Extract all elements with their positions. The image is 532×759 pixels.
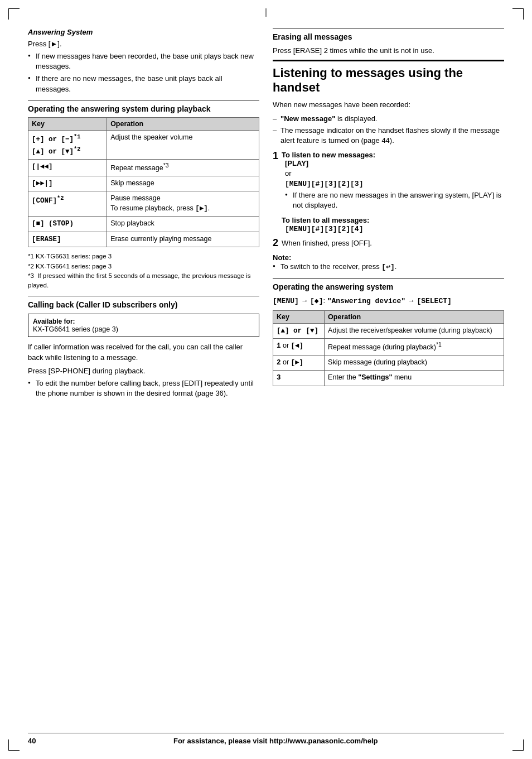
answering-system-title: Answering System (28, 28, 259, 36)
top-center-mark (266, 8, 267, 17)
left-column: Answering System Press [►]. If new messa… (28, 28, 259, 404)
table-header-key: Key (28, 117, 107, 130)
menu-all-code: [MENU][#][3][2][4] (285, 225, 363, 233)
erasing-section-title: Erasing all messages (273, 28, 504, 42)
step-1-body: To listen to new messages: [PLAY] or [ME… (282, 151, 504, 233)
note-title: Note: (273, 253, 504, 262)
op-table-cell-key: 2 or [►] (273, 355, 325, 371)
footnote-3: *3 If pressed within the first 5 seconds… (28, 271, 259, 291)
listening-dash-list: "New message" is displayed. The message … (273, 114, 504, 146)
dash-item-new-message: "New message" is displayed. (273, 114, 504, 124)
bullet-new-messages: If new messages have been recorded, the … (28, 51, 259, 71)
available-for-label: Available for: (33, 318, 75, 325)
corner-mark-tl (8, 8, 20, 20)
op-table-header-key: Key (273, 310, 325, 323)
table-row: [ERASE] Erase currently playing message (28, 232, 259, 247)
playback-section-title: Operating the answering system during pl… (28, 100, 259, 114)
step-2: 2 When finished, press [OFF]. (273, 238, 504, 249)
note-section: Note: To switch to the receiver, press [… (273, 253, 504, 272)
table-row: [▲] or [▼] Adjust the receiver/speaker v… (273, 323, 504, 339)
op-table-cell-key: 1 or [◄] (273, 339, 325, 356)
step-2-text: When finished, press [OFF]. (282, 239, 372, 247)
bullet-no-new-messages: If there are no new messages, the base u… (28, 74, 259, 94)
menu-new-code: [MENU][#][3][2][3] (285, 180, 363, 188)
page-footer: 40 For assistance, please visit http://w… (28, 733, 504, 745)
table-row: [CONF]*2 Pause messageTo resume playback… (28, 191, 259, 217)
page: Answering System Press [►]. If new messa… (0, 0, 532, 759)
caller-id-press-line: Press [SP-PHONE] during playback. (28, 367, 259, 375)
playback-footnotes: *1 KX-TG6631 series: page 3 *2 KX-TG6641… (28, 252, 259, 290)
op-table-cell-op: Adjust the receiver/speaker volume (duri… (325, 323, 504, 339)
operating-table: Key Operation [▲] or [▼] Adjust the rece… (273, 310, 504, 386)
step-1-or: or (285, 169, 504, 177)
table-row: [|◄◄] Repeat message*3 (28, 160, 259, 176)
step-2-number: 2 (273, 238, 278, 249)
corner-mark-tr (512, 8, 524, 20)
playback-table: Key Operation [+] or [−]*1[▲] or [▼]*2 A… (28, 117, 259, 247)
erasing-section-text: Press [ERASE] 2 times while the unit is … (273, 45, 504, 56)
step-1: 1 To listen to new messages: [PLAY] or [… (273, 151, 504, 233)
op-table-cell-op: Repeat message (during playback)*1 (325, 339, 504, 356)
table-row: 1 or [◄] Repeat message (during playback… (273, 339, 504, 356)
table-cell-op: Stop playback (107, 217, 259, 232)
table-header-operation: Operation (107, 117, 259, 130)
footer-text: For assistance, please visit http://www.… (47, 737, 504, 745)
corner-mark-bl (8, 739, 20, 751)
table-cell-key: [►►|] (28, 176, 107, 191)
op-table-cell-op: Skip message (during playback) (325, 355, 504, 371)
step-1-label-all: To listen to all messages: (282, 216, 504, 224)
two-column-layout: Answering System Press [►]. If new messa… (28, 28, 504, 404)
page-number: 40 (28, 737, 36, 745)
table-row: 3 Enter the "Settings" menu (273, 371, 504, 386)
op-table-cell-key: [▲] or [▼] (273, 323, 325, 339)
op-table-header-operation: Operation (325, 310, 504, 323)
new-message-label: "New message" (280, 114, 335, 123)
dash-item-indicator: The message indicator on the handset fla… (273, 126, 504, 146)
available-for-box: Available for: KX-TG6641 series (page 3) (28, 314, 259, 337)
footnote-2: *2 KX-TG6641 series: page 3 (28, 262, 259, 271)
table-cell-key: [CONF]*2 (28, 191, 107, 217)
op-table-cell-op: Enter the "Settings" menu (325, 371, 504, 386)
step-1-menu-all: [MENU][#][3][2][4] (285, 224, 504, 233)
note-bullet-receiver: To switch to the receiver, press [↩]. (273, 262, 504, 272)
corner-mark-br (512, 739, 524, 751)
table-cell-op: Skip message (107, 176, 259, 191)
listening-intro: When new messages have been recorded: (273, 99, 504, 111)
step-1-bullet-no-messages: If there are no new messages in the answ… (285, 190, 504, 210)
press-play-line: Press [►]. (28, 40, 259, 48)
table-cell-key: [ERASE] (28, 232, 107, 247)
right-column: Erasing all messages Press [ERASE] 2 tim… (273, 28, 504, 404)
footnote-1: *1 KX-TG6631 series: page 3 (28, 252, 259, 261)
operating-menu-line: [MENU] → [◆]: "Answering device" → [SELE… (273, 295, 504, 307)
play-button-label: [PLAY] (285, 159, 308, 167)
caller-id-bullet-edit: To edit the number before calling back, … (28, 378, 259, 398)
table-row: [►►|] Skip message (28, 176, 259, 191)
step-1-bullets: If there are no new messages in the answ… (285, 190, 504, 210)
caller-id-bullets: To edit the number before calling back, … (28, 378, 259, 398)
step-1-number: 1 (273, 151, 278, 162)
step-1-menu-new: [MENU][#][3][2][3] (285, 179, 504, 188)
table-cell-op: Repeat message*3 (107, 160, 259, 176)
table-row: [■] (STOP) Stop playback (28, 217, 259, 232)
table-cell-op: Erase currently playing message (107, 232, 259, 247)
table-cell-key: [■] (STOP) (28, 217, 107, 232)
table-row: 2 or [►] Skip message (during playback) (273, 355, 504, 371)
step-1-value-new: [PLAY] (285, 159, 504, 167)
operating-section-title: Operating the answering system (273, 278, 504, 292)
listening-section-title: Listening to messages using the handset (273, 60, 504, 95)
caller-id-section-title: Calling back (Caller ID subscribers only… (28, 296, 259, 310)
available-for-value: KX-TG6641 series (page 3) (33, 325, 118, 333)
table-cell-op: Pause messageTo resume playback, press [… (107, 191, 259, 217)
table-cell-key: [|◄◄] (28, 160, 107, 176)
note-bullets: To switch to the receiver, press [↩]. (273, 262, 504, 272)
op-table-cell-key: 3 (273, 371, 325, 386)
step-1-label-new: To listen to new messages: (282, 151, 504, 159)
table-cell-key: [+] or [−]*1[▲] or [▼]*2 (28, 130, 107, 159)
table-cell-op: Adjust the speaker volume (107, 130, 259, 159)
table-row: [+] or [−]*1[▲] or [▼]*2 Adjust the spea… (28, 130, 259, 159)
step-2-body: When finished, press [OFF]. (282, 238, 504, 247)
caller-id-body: If caller information was received for t… (28, 342, 259, 363)
playback-intro-bullets: If new messages have been recorded, the … (28, 51, 259, 94)
